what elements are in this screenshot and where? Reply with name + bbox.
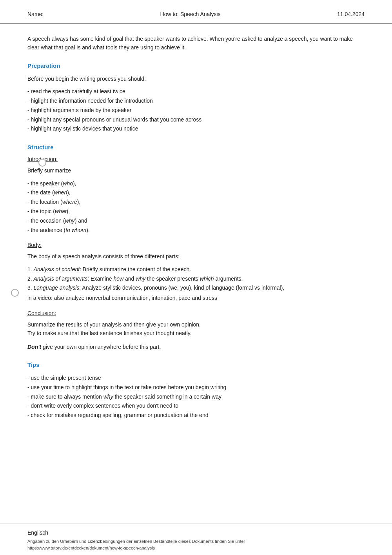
list-item: - check for mistakes regarding spelling,… — [27, 411, 365, 420]
preparation-list: - read the speech carefully at least twi… — [27, 87, 365, 134]
list-item: - use the simple present tense — [27, 374, 365, 383]
preparation-intro: Before you begin the writing process you… — [27, 74, 365, 83]
list-item: - make sure to always mention why the sp… — [27, 392, 365, 402]
dont-warning: Don't give your own opinion anywhere bef… — [27, 343, 365, 351]
header-name-label: Name: — [27, 11, 44, 17]
list-item: - the location (where), — [27, 198, 365, 207]
list-item: - the occasion (why) and — [27, 216, 365, 226]
tips-list: - use the simple present tense - use you… — [27, 374, 365, 420]
header: Name: How to: Speech Analysis 11.04.2024 — [0, 0, 392, 24]
page: Name: How to: Speech Analysis 11.04.2024… — [0, 0, 392, 555]
body-item-3: 3. Language analysis: Analyze stylistic … — [27, 283, 365, 293]
preparation-heading: Preparation — [27, 62, 365, 69]
subsection-conclusion: Conclusion: Summarize the results of you… — [27, 310, 365, 351]
subsection-body: Body: The body of a speech analysis cons… — [27, 242, 365, 303]
radio-circle-body[interactable] — [11, 289, 19, 297]
list-item: - use your time to highlight things in t… — [27, 383, 365, 392]
footer-source-line2: https://www.tutory.de/entdecken/dokument… — [27, 546, 155, 550]
video-note: in a video: also analyze nonverbal commu… — [27, 294, 365, 303]
list-item: - the speaker (who), — [27, 179, 365, 189]
list-item: - don't write overly complex sentences w… — [27, 401, 365, 411]
structure-heading: Structure — [27, 144, 365, 151]
list-item: - the date (when), — [27, 188, 365, 198]
section-tips: Tips - use the simple present tense - us… — [27, 361, 365, 420]
main-content: A speech always has some kind of goal th… — [0, 24, 392, 454]
body-item-1: 1. Analysis of content: Briefly summariz… — [27, 265, 365, 274]
list-item: - higlight the information needed for th… — [27, 96, 365, 106]
introduction-heading: Introduction: — [27, 156, 365, 162]
body-numbered-list: 1. Analysis of content: Briefly summariz… — [27, 265, 365, 293]
footer-source: Angaben zu den Urhebern und Lizenzbeding… — [27, 538, 365, 551]
briefly-summarize-text: Briefly summarize — [27, 166, 365, 175]
list-item: - read the speech carefully at least twi… — [27, 87, 365, 96]
body-heading: Body: — [27, 242, 365, 248]
body-item-2: 2. Analysis of arguments: Examine how an… — [27, 274, 365, 284]
intro-text: A speech always has some kind of goal th… — [27, 34, 365, 52]
section-structure: Structure Introduction: Briefly summariz… — [27, 144, 365, 351]
introduction-list: - the speaker (who), - the date (when), … — [27, 179, 365, 235]
section-preparation: Preparation Before you begin the writing… — [27, 62, 365, 134]
conclusion-text: Summarize the results of your analysis a… — [27, 320, 365, 338]
list-item: - the audience (to whom). — [27, 226, 365, 235]
header-title: How to: Speech Analysis — [160, 11, 221, 17]
list-item: - highlight any stylistic devices that y… — [27, 124, 365, 134]
body-intro-text: The body of a speech analysis consists o… — [27, 252, 365, 261]
header-date: 11.04.2024 — [337, 11, 365, 17]
list-item: - the topic (what), — [27, 207, 365, 216]
conclusion-heading: Conclusion: — [27, 310, 365, 316]
subsection-introduction: Introduction: Briefly summarize - the sp… — [27, 156, 365, 235]
footer-subject: Englisch — [27, 530, 365, 536]
list-item: - highlight any special pronouns or unus… — [27, 115, 365, 125]
footer: Englisch Angaben zu den Urhebern und Liz… — [0, 524, 392, 555]
footer-source-line1: Angaben zu den Urhebern und Lizenzbeding… — [27, 539, 245, 544]
tips-heading: Tips — [27, 361, 365, 368]
list-item: - highlight arguments made by the speake… — [27, 106, 365, 115]
